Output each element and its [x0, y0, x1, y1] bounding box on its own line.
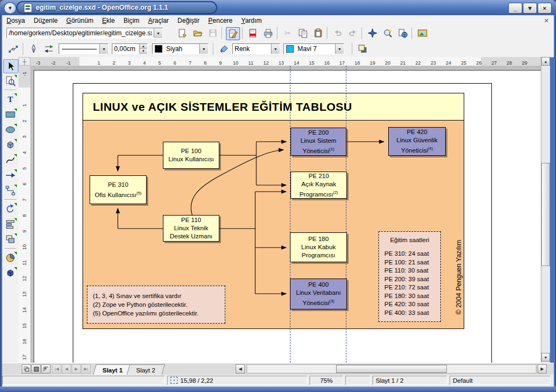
status-position-cell[interactable]: + 15,98 / 2,22 [167, 376, 307, 385]
window-menu-button[interactable]: ▼ [4, 2, 16, 14]
line-style-select[interactable]: ▼ [59, 43, 109, 54]
menu-araclar[interactable]: Araçlar [144, 16, 173, 26]
objects-3d-tool[interactable] [3, 138, 17, 151]
fill-color-dropdown-icon[interactable]: ▼ [335, 44, 344, 54]
export-pdf-button[interactable] [247, 27, 260, 39]
url-dropdown-icon[interactable]: ▼ [154, 28, 162, 38]
drawing-canvas[interactable]: LINUX ve AÇIK SİSTEMLER EĞİTİM TABLOSU [30, 66, 541, 363]
line-width-spinner[interactable]: 0,00cm ▲▼ [112, 43, 148, 54]
copy-button[interactable] [296, 27, 309, 39]
alignment-tool[interactable] [3, 218, 17, 231]
horizontal-scroll-thumb[interactable] [336, 365, 447, 373]
arrange-tool[interactable] [3, 233, 17, 246]
ellipse-tool[interactable] [3, 123, 17, 136]
spin-up-icon[interactable]: ▲ [140, 44, 147, 49]
previous-slide-button[interactable]: ◀ [62, 364, 71, 374]
insert-tool[interactable] [3, 251, 17, 264]
menu-gorunum[interactable]: Görünüm [62, 16, 98, 26]
edit-file-button[interactable] [226, 27, 240, 40]
arrow-style-button[interactable] [42, 43, 55, 55]
hyperlink-button[interactable] [396, 27, 409, 39]
diagram-box-pe310[interactable]: PE 310 Ofis Kullanıcısı(5) [90, 175, 147, 204]
line-color-select[interactable]: Siyah ▼ [152, 43, 208, 54]
save-button[interactable] [206, 27, 219, 39]
vertical-scrollbar[interactable]: ▲ ▼ [541, 57, 550, 363]
vertical-ruler[interactable]: -11234567891011121314151617 [18, 66, 31, 363]
scroll-down-icon[interactable]: ▼ [541, 353, 550, 362]
menu-yardim[interactable]: Yardım [237, 16, 266, 26]
line-color-dropdown-icon[interactable]: ▼ [199, 44, 208, 54]
copyright-text[interactable]: © 2004 Penguen Yazılım [455, 229, 464, 326]
edit-points-button[interactable] [7, 43, 20, 55]
diagram-box-pe420[interactable]: PE 420 Linux Güvenlik Yöneticisi(4) [388, 127, 446, 156]
rectangle-tool[interactable] [3, 108, 17, 121]
select-tool[interactable] [3, 59, 18, 73]
minimize-button[interactable]: _ [508, 3, 522, 14]
status-style-cell[interactable]: Default [450, 376, 551, 385]
scroll-right-icon[interactable]: ▶ [538, 364, 547, 374]
close-document-icon[interactable]: × [544, 16, 548, 24]
ruler-number: 2 [18, 113, 30, 129]
horizontal-scrollbar[interactable] [247, 364, 536, 374]
diagram-box-pe110[interactable]: PE 110 Linux Teknik Destek Uzmanı [163, 215, 219, 242]
menu-pencere[interactable]: Pencere [204, 16, 237, 26]
diagram-box-pe400[interactable]: PE 400 Linux Veritabanı Yöneticisi(3) [290, 279, 347, 309]
menu-duzenle[interactable]: Düzenle [29, 16, 62, 26]
line-width-value[interactable]: 0,00cm [112, 45, 139, 53]
training-hours-box[interactable]: Eğitim saatleri PE 310: 24 saatPE 100: 2… [378, 231, 441, 322]
diagram-box-pe200[interactable]: PE 200 Linux Sistem Yöneticisi(1) [290, 128, 346, 156]
shadow-button[interactable] [356, 43, 369, 55]
last-slide-button[interactable]: ▶| [81, 364, 91, 374]
text-tool[interactable]: T [3, 93, 17, 106]
menu-bicim[interactable]: Biçim [119, 16, 143, 26]
ruler-number: 15 [18, 318, 30, 333]
lines-arrows-tool[interactable] [3, 169, 17, 182]
notes-box[interactable]: (1, 3, 4) Sınav ve sertifika vardır(2) Z… [87, 286, 225, 324]
fill-type-dropdown-icon[interactable]: ▼ [271, 44, 280, 54]
open-button[interactable] [191, 27, 204, 39]
url-input[interactable] [7, 29, 154, 37]
diagram-box-pe100[interactable]: PE 100 Linux Kullanıcısı [163, 142, 219, 169]
tab-slayt-2[interactable]: Slayt 2 [127, 364, 165, 375]
title-bar[interactable]: ▼ egitim_cizelge.sxd - OpenOffice.org 1.… [0, 0, 556, 15]
fill-type-select[interactable]: Renk ▼ [232, 43, 280, 54]
diagram-box-pe210[interactable]: PE 210 Açık Kaynak Programcısı(2) [290, 172, 347, 199]
zoom-tool[interactable] [3, 74, 17, 87]
view-mode-notes-button[interactable] [31, 364, 41, 374]
menu-ekle[interactable]: Ekle [98, 16, 119, 26]
spinner-buttons[interactable]: ▲▼ [139, 44, 147, 54]
shade-button[interactable]: ▼ [523, 3, 537, 14]
status-zoom-cell[interactable]: 75% [309, 376, 343, 385]
cut-button[interactable]: ✂ [281, 27, 294, 39]
url-combobox[interactable]: ▼ [7, 28, 163, 39]
menu-degistir[interactable]: Değiştir [173, 16, 204, 26]
vertical-scroll-thumb[interactable] [541, 163, 550, 266]
redo-button[interactable] [346, 27, 359, 39]
close-button[interactable]: × [538, 3, 552, 14]
connector-tool[interactable] [3, 184, 17, 197]
navigator-button[interactable] [366, 27, 379, 39]
scroll-up-icon[interactable]: ▲ [541, 57, 550, 66]
first-slide-button[interactable]: |◀ [52, 364, 61, 374]
next-slide-button[interactable]: ▶ [72, 364, 81, 374]
print-button[interactable] [262, 27, 275, 39]
spin-down-icon[interactable]: ▼ [140, 49, 147, 54]
menu-dosya[interactable]: Dosya [2, 16, 29, 26]
effects-tool[interactable] [3, 267, 17, 280]
tab-scroll-left-icon[interactable]: ◀ [236, 364, 245, 374]
view-mode-slide-button[interactable] [22, 364, 31, 374]
status-slide-cell[interactable]: Slayt 1 / 2 [372, 376, 447, 385]
horizontal-ruler[interactable]: -3-2-11234567891011121314151617181920212… [30, 57, 541, 66]
undo-button[interactable] [331, 27, 344, 39]
curve-tool[interactable] [3, 154, 17, 167]
paste-button[interactable] [312, 27, 325, 39]
rotate-tool[interactable] [3, 203, 17, 216]
diagram-box-pe180[interactable]: PE 180 Linux Kabuk Programcısı [290, 232, 347, 262]
view-mode-handout-button[interactable] [41, 364, 50, 374]
line-style-dropdown-icon[interactable]: ▼ [99, 44, 108, 54]
ruler-corner[interactable]: ┼ [18, 57, 30, 66]
new-document-button[interactable] [176, 27, 189, 39]
gallery-button[interactable] [416, 27, 429, 39]
zoom-button[interactable] [381, 27, 394, 39]
fill-color-select[interactable]: Mavi 7 ▼ [283, 43, 344, 54]
